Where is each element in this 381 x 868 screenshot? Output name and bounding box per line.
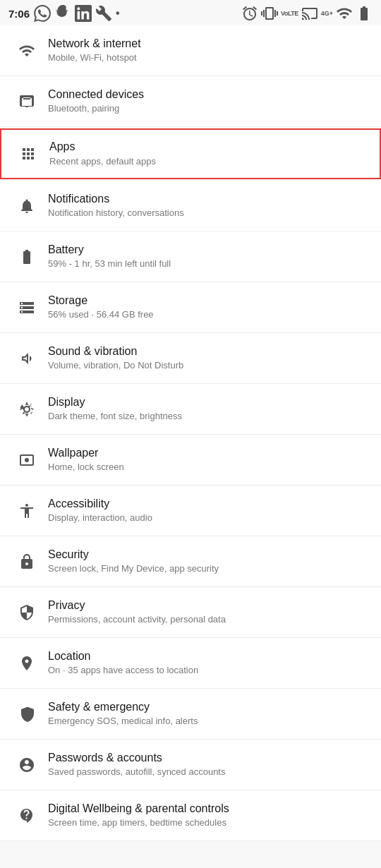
settings-item-safety[interactable]: Safety & emergency Emergency SOS, medica…: [0, 689, 381, 740]
settings-subtitle-wallpaper: Home, lock screen: [48, 462, 370, 474]
settings-title-passwords: Passwords & accounts: [48, 751, 370, 766]
settings-item-connected-devices[interactable]: Connected devices Bluetooth, pairing: [0, 76, 381, 127]
settings-text-storage: Storage 56% used · 56.44 GB free: [42, 294, 370, 322]
settings-item-apps[interactable]: Apps Recent apps, default apps: [0, 128, 381, 179]
settings-text-wallpaper: Wallpaper Home, lock screen: [42, 446, 370, 474]
settings-title-battery: Battery: [48, 243, 370, 258]
settings-subtitle-connected-devices: Bluetooth, pairing: [48, 103, 370, 115]
notifications-icon: [11, 198, 42, 215]
wifi-icon: [11, 42, 42, 59]
settings-item-location[interactable]: Location On · 35 apps have access to loc…: [0, 638, 381, 689]
settings-title-wallpaper: Wallpaper: [48, 446, 370, 461]
volte-icon: VoLTE: [281, 10, 298, 17]
settings-text-notifications: Notifications Notification history, conv…: [42, 192, 370, 220]
settings-title-connected-devices: Connected devices: [48, 88, 370, 102]
settings-text-network: Network & internet Mobile, Wi-Fi, hotspo…: [42, 37, 370, 65]
settings-title-security: Security: [48, 548, 370, 562]
linkedin-icon: [75, 5, 92, 22]
settings-subtitle-privacy: Permissions, account activity, personal …: [48, 614, 370, 626]
alarm-icon: [241, 5, 258, 22]
status-time: 7:06: [8, 8, 30, 20]
settings-subtitle-display: Dark theme, font size, brightness: [48, 411, 370, 423]
signal-icon: [336, 5, 353, 22]
sound-icon: [11, 350, 42, 367]
vibrate-icon: [261, 5, 278, 22]
settings-subtitle-notifications: Notification history, conversations: [48, 207, 370, 219]
settings-list: Network & internet Mobile, Wi-Fi, hotspo…: [0, 25, 381, 841]
settings-title-wellbeing: Digital Wellbeing & parental controls: [48, 802, 370, 816]
wallpaper-icon: [11, 452, 42, 469]
settings-text-passwords: Passwords & accounts Saved passwords, au…: [42, 751, 370, 779]
devices-icon: [11, 93, 42, 110]
security-icon: [11, 553, 42, 570]
settings-subtitle-apps: Recent apps, default apps: [49, 156, 368, 168]
settings-item-storage[interactable]: Storage 56% used · 56.44 GB free: [0, 282, 381, 333]
svg-point-0: [25, 458, 29, 462]
4g-icon: 4G+: [321, 10, 333, 17]
settings-title-location: Location: [48, 649, 370, 664]
settings-subtitle-sound: Volume, vibration, Do Not Disturb: [48, 360, 370, 372]
location-icon: [11, 655, 42, 672]
settings-item-sound[interactable]: Sound & vibration Volume, vibration, Do …: [0, 333, 381, 384]
apps-icon: [13, 145, 44, 162]
settings-text-location: Location On · 35 apps have access to loc…: [42, 649, 370, 677]
settings-subtitle-battery: 59% - 1 hr, 53 min left until full: [48, 258, 370, 270]
cast-icon: [301, 5, 318, 22]
settings-text-wellbeing: Digital Wellbeing & parental controls Sc…: [42, 802, 370, 830]
settings-item-privacy[interactable]: Privacy Permissions, account activity, p…: [0, 587, 381, 638]
status-right-icons: VoLTE 4G+: [241, 5, 373, 22]
settings-subtitle-passwords: Saved passwords, autofill, synced accoun…: [48, 766, 370, 778]
settings-title-privacy: Privacy: [48, 598, 370, 613]
settings-title-notifications: Notifications: [48, 192, 370, 207]
settings-item-battery[interactable]: Battery 59% - 1 hr, 53 min left until fu…: [0, 231, 381, 282]
tools-icon: [95, 5, 112, 22]
status-bar: 7:06 • VoLTE 4G+: [0, 0, 381, 25]
settings-text-accessibility: Accessibility Display, interaction, audi…: [42, 497, 370, 525]
whatsapp-icon: [34, 5, 51, 22]
settings-item-display[interactable]: Display Dark theme, font size, brightnes…: [0, 384, 381, 435]
display-icon: [11, 401, 42, 418]
settings-title-network: Network & internet: [48, 37, 370, 52]
settings-title-sound: Sound & vibration: [48, 344, 370, 359]
settings-title-safety: Safety & emergency: [48, 700, 370, 715]
settings-title-storage: Storage: [48, 294, 370, 308]
settings-title-display: Display: [48, 395, 370, 410]
settings-text-sound: Sound & vibration Volume, vibration, Do …: [42, 344, 370, 373]
settings-subtitle-safety: Emergency SOS, medical info, alerts: [48, 716, 370, 728]
settings-item-accessibility[interactable]: Accessibility Display, interaction, audi…: [0, 486, 381, 536]
settings-item-wallpaper[interactable]: Wallpaper Home, lock screen: [0, 435, 381, 486]
settings-text-safety: Safety & emergency Emergency SOS, medica…: [42, 700, 370, 728]
settings-item-wellbeing[interactable]: Digital Wellbeing & parental controls Sc…: [0, 790, 381, 841]
settings-text-connected-devices: Connected devices Bluetooth, pairing: [42, 88, 370, 116]
settings-subtitle-storage: 56% used · 56.44 GB free: [48, 309, 370, 321]
storage-icon: [11, 299, 42, 316]
settings-subtitle-wellbeing: Screen time, app timers, bedtime schedul…: [48, 817, 370, 829]
settings-text-display: Display Dark theme, font size, brightnes…: [42, 395, 370, 423]
snapchat-icon: [54, 5, 71, 22]
safety-icon: [11, 706, 42, 723]
battery-icon: [11, 248, 42, 265]
settings-item-notifications[interactable]: Notifications Notification history, conv…: [0, 181, 381, 231]
privacy-icon: [11, 604, 42, 621]
settings-text-apps: Apps Recent apps, default apps: [44, 140, 368, 168]
settings-subtitle-security: Screen lock, Find My Device, app securit…: [48, 563, 370, 575]
passwords-icon: [11, 757, 42, 773]
accessibility-icon: [11, 502, 42, 519]
status-left-icons: •: [34, 5, 120, 22]
settings-subtitle-network: Mobile, Wi-Fi, hotspot: [48, 52, 370, 64]
settings-text-security: Security Screen lock, Find My Device, ap…: [42, 548, 370, 576]
wellbeing-icon: [11, 807, 42, 824]
settings-text-battery: Battery 59% - 1 hr, 53 min left until fu…: [42, 243, 370, 271]
settings-text-privacy: Privacy Permissions, account activity, p…: [42, 598, 370, 627]
settings-item-passwords[interactable]: Passwords & accounts Saved passwords, au…: [0, 740, 381, 790]
settings-title-accessibility: Accessibility: [48, 497, 370, 512]
settings-subtitle-location: On · 35 apps have access to location: [48, 665, 370, 677]
settings-subtitle-accessibility: Display, interaction, audio: [48, 512, 370, 524]
settings-item-network[interactable]: Network & internet Mobile, Wi-Fi, hotspo…: [0, 25, 381, 76]
dot-icon: •: [116, 7, 120, 20]
battery-icon: [356, 5, 373, 22]
settings-title-apps: Apps: [49, 140, 368, 155]
settings-item-security[interactable]: Security Screen lock, Find My Device, ap…: [0, 536, 381, 587]
